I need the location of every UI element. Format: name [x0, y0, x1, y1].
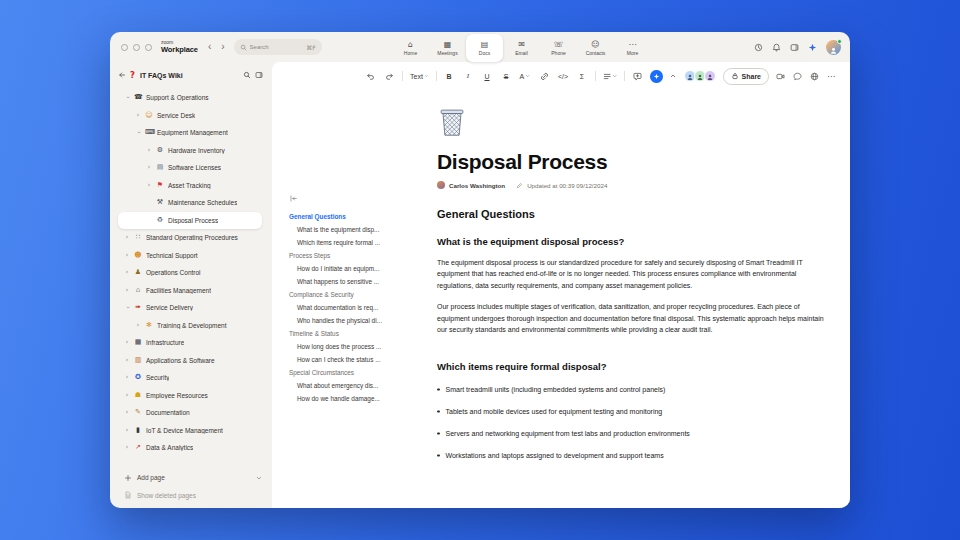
sidebar-item-software-licenses[interactable]: › ▤ Software Licenses	[118, 159, 272, 177]
chevron-icon[interactable]: ›	[124, 305, 131, 311]
chevron-icon[interactable]: ›	[124, 357, 130, 364]
italic-button[interactable]: I	[462, 68, 475, 84]
ai-companion-sparkle-icon[interactable]	[808, 43, 817, 52]
side-panel-toggle-icon[interactable]	[790, 43, 799, 52]
outline-general-questions[interactable]: General Questions	[289, 210, 433, 223]
underline-button[interactable]: U	[481, 68, 494, 84]
bullet-bullet-treadmills[interactable]: Smart treadmill units (including embedde…	[437, 386, 824, 393]
paragraph[interactable]: The equipment disposal process is our st…	[437, 257, 824, 291]
add-comment-button[interactable]	[631, 68, 644, 84]
bullet-bullet-servers[interactable]: Servers and networking equipment from te…	[437, 430, 824, 437]
chevron-icon[interactable]: ›	[124, 95, 131, 101]
add-page-caret-icon[interactable]	[255, 474, 263, 482]
sidebar-back-icon[interactable]	[118, 71, 126, 79]
notifications-bell-icon[interactable]	[772, 43, 781, 52]
outline-q-damage[interactable]: How do we handle damage...	[289, 392, 433, 405]
text-style-dropdown[interactable]: Text	[409, 68, 430, 84]
bullet-bullet-tablets[interactable]: Tablets and mobile devices used for equi…	[437, 408, 824, 415]
chevron-icon[interactable]: ›	[124, 409, 130, 416]
sidebar-collapse-icon[interactable]	[255, 71, 263, 79]
outline-q-which-items[interactable]: Which items require formal ...	[289, 236, 433, 249]
wiki-search-icon[interactable]	[243, 71, 251, 79]
page-title[interactable]: Disposal Process	[437, 150, 824, 174]
nav-forward-button[interactable]: ›	[221, 42, 224, 52]
list-align-dropdown[interactable]	[602, 68, 619, 84]
sidebar-item-maintenance-schedules[interactable]: › ⚒ Maintenance Schedules	[118, 194, 272, 212]
outline-q-emergency[interactable]: What about emergency dis...	[289, 379, 433, 392]
window-minimize-button[interactable]	[133, 44, 140, 51]
sidebar-item-technical-support[interactable]: › ☻ Technical Support	[118, 247, 272, 265]
globe-language-icon[interactable]	[810, 72, 819, 81]
collaborator-avatar[interactable]	[704, 70, 716, 82]
sidebar-item-disposal-process[interactable]: › ♻ Disposal Process	[118, 212, 262, 230]
add-page-button[interactable]: Add page	[118, 469, 263, 487]
sidebar-item-data-analytics[interactable]: › ↗ Data & Analytics	[118, 439, 272, 457]
sidebar-item-support-operations[interactable]: › ☎ Support & Operations	[118, 89, 272, 107]
strikethrough-button[interactable]: S	[500, 68, 513, 84]
collapse-outline-icon[interactable]	[289, 194, 298, 203]
sidebar-item-asset-tracking[interactable]: › ⚑ Asset Tracking	[118, 177, 272, 195]
window-zoom-button[interactable]	[145, 44, 152, 51]
chevron-icon[interactable]: ›	[124, 269, 130, 276]
chevron-icon[interactable]: ›	[146, 182, 152, 189]
sidebar-item-documentation[interactable]: › ✎ Documentation	[118, 404, 272, 422]
chevron-icon[interactable]: ›	[135, 130, 142, 136]
undo-button[interactable]	[364, 68, 377, 84]
outline-special-circumstances[interactable]: Special Circumstances	[289, 366, 433, 379]
equation-button[interactable]: Σ	[576, 68, 589, 84]
sidebar-item-equipment-management[interactable]: › ⌨ Equipment Management	[118, 124, 272, 142]
sidebar-item-hardware-inventory[interactable]: › ⚙ Hardware Inventory	[118, 142, 272, 160]
window-close-button[interactable]	[121, 44, 128, 51]
chevron-icon[interactable]: ›	[135, 322, 141, 329]
nav-back-button[interactable]: ‹	[208, 42, 211, 52]
redo-button[interactable]	[383, 68, 396, 84]
bold-button[interactable]: B	[443, 68, 456, 84]
chevron-icon[interactable]: ›	[124, 287, 130, 294]
collapse-toolbar-icon[interactable]	[669, 72, 677, 80]
chevron-icon[interactable]: ›	[146, 164, 152, 171]
chevron-icon[interactable]: ›	[135, 112, 141, 119]
section-heading[interactable]: General Questions	[437, 208, 824, 220]
outline-q-sensitive-data[interactable]: What happens to sensitive ...	[289, 275, 433, 288]
chevron-icon[interactable]: ›	[124, 392, 130, 399]
chevron-icon[interactable]: ›	[146, 147, 152, 154]
text-color-dropdown[interactable]: A	[519, 68, 532, 84]
outline-q-physical-disposal[interactable]: Who handles the physical di...	[289, 314, 433, 327]
paragraph[interactable]: Our process includes multiple stages of …	[437, 301, 824, 335]
sidebar-item-security[interactable]: › ✪ Security	[118, 369, 272, 387]
outline-q-documentation-required[interactable]: What documentation is req...	[289, 301, 433, 314]
tab-more[interactable]: ⋯ More	[614, 34, 651, 62]
chat-bubble-icon[interactable]	[793, 72, 802, 81]
show-deleted-pages-button[interactable]: Show deleted pages	[118, 487, 263, 505]
chevron-icon[interactable]: ›	[124, 374, 130, 381]
chevron-icon[interactable]: ›	[124, 339, 130, 346]
question-heading[interactable]: Which items require formal disposal?	[437, 361, 824, 372]
tab-docs[interactable]: ▤ Docs	[466, 34, 503, 62]
outline-q-check-status[interactable]: How can I check the status ...	[289, 353, 433, 366]
question-heading[interactable]: What is the equipment disposal process?	[437, 236, 824, 247]
video-camera-icon[interactable]	[776, 72, 785, 81]
document-content[interactable]: Disposal Process Carlos Washington Updat…	[433, 90, 850, 508]
sidebar-item-applications-software[interactable]: › ▥ Applications & Software	[118, 352, 272, 370]
sidebar-item-standard-operating-procedures[interactable]: › ∷ Standard Operating Procedures	[118, 229, 272, 247]
insert-link-button[interactable]	[538, 68, 551, 84]
outline-q-how-long[interactable]: How long does the process ...	[289, 340, 433, 353]
sidebar-item-facilities-management[interactable]: › ⌂ Facilities Management	[118, 282, 272, 300]
outline-compliance-security[interactable]: Compliance & Security	[289, 288, 433, 301]
sidebar-item-iot-device-management[interactable]: › ▮ IoT & Device Management	[118, 422, 272, 440]
sidebar-item-operations-control[interactable]: › ♟ Operations Control	[118, 264, 272, 282]
share-button[interactable]: Share	[723, 68, 769, 85]
code-block-button[interactable]: </>	[557, 68, 570, 84]
outline-q-what-is-disposal[interactable]: What is the equipment disp...	[289, 223, 433, 236]
tab-meetings[interactable]: ▦ Meetings	[429, 34, 466, 62]
outline-process-steps[interactable]: Process Steps	[289, 249, 433, 262]
more-options-button[interactable]: ⋯	[827, 72, 836, 81]
bullet-bullet-workstations[interactable]: Workstations and laptops assigned to dev…	[437, 452, 824, 459]
user-avatar[interactable]	[826, 40, 841, 55]
sidebar-item-infrastructure[interactable]: › ▦ Infrastructure	[118, 334, 272, 352]
sidebar-item-service-desk[interactable]: › ☺ Service Desk	[118, 107, 272, 125]
chevron-icon[interactable]: ›	[124, 252, 130, 259]
outline-timeline-status[interactable]: Timeline & Status	[289, 327, 433, 340]
sidebar-item-employee-resources[interactable]: › ☗ Employee Resources	[118, 387, 272, 405]
chevron-icon[interactable]: ›	[124, 444, 130, 451]
